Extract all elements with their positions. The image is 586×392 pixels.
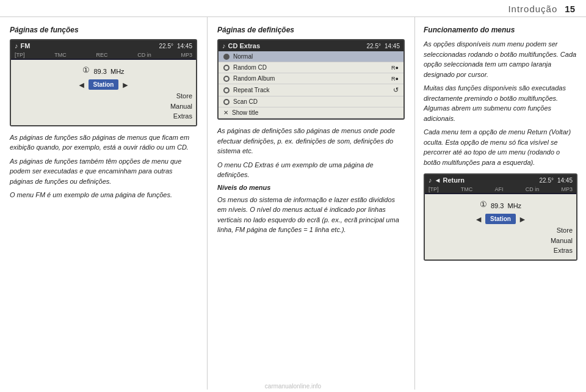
- freq-row: ① 89.3 MHz: [15, 62, 192, 77]
- menu3-item-store[interactable]: Store: [429, 225, 573, 236]
- col2-para1: As páginas de definições são páginas de …: [217, 126, 405, 156]
- setting-show-title-label: Show title: [232, 109, 258, 116]
- radio-scan: [223, 99, 230, 105]
- menu-item-extras[interactable]: Extras: [15, 111, 192, 122]
- channel-icon: ①: [82, 65, 90, 74]
- screen-r-right: 22.5° 14:45: [540, 177, 573, 184]
- freq-row3: ① 89.3 MHz: [429, 197, 573, 211]
- col2-levels-body: Os menus do sistema de informação e laze…: [217, 195, 405, 235]
- watermark: carmanualonline.info: [265, 383, 321, 390]
- setting-normal-label: Normal: [233, 53, 253, 60]
- radio-repeat: [223, 87, 230, 93]
- freq-display3: 89.3 MHz: [491, 197, 521, 211]
- col1-para2: As páginas de funções também têm opções …: [10, 156, 197, 187]
- menu-levels-title: Níveis do menus: [217, 184, 405, 191]
- tag3-cdin: CD in: [526, 186, 540, 192]
- col3-para2: Muitas das funções disponíveis são execu…: [424, 83, 577, 123]
- music-icon: ♪: [15, 42, 18, 49]
- setting-randomcd-right: R●: [391, 65, 399, 71]
- prev-arrow3[interactable]: ◄: [474, 214, 483, 224]
- menu3-item-manual[interactable]: Manual: [429, 236, 573, 246]
- music-icon2: ♪: [222, 42, 226, 49]
- setting-repeat-track[interactable]: Repeat Track ↺: [219, 84, 403, 96]
- menu-item-store[interactable]: Store: [15, 91, 192, 101]
- time3: 14:45: [557, 177, 573, 184]
- setting-repeat-label: Repeat Track: [233, 87, 269, 93]
- col3-para1: As opções disponíveis num menu podem ser…: [424, 39, 577, 79]
- setting-random-album[interactable]: Random Album R●: [219, 73, 403, 84]
- screen-return-body: ① 89.3 MHz ◄ Station ► Store Manual Extr…: [425, 194, 576, 260]
- tag-tp: [TP]: [15, 52, 25, 58]
- time: 14:45: [177, 43, 192, 49]
- page-header: Introdução 15: [0, 0, 586, 17]
- col2-para2: O menu CD Extras é um exemplo de uma pág…: [217, 160, 405, 180]
- screen-return: ♪ ◄ Return 22.5° 14:45 [TP] TMC AFI CD i…: [424, 173, 577, 261]
- screen-s-right: 22.5° 14:45: [367, 43, 400, 49]
- col1-body: As páginas de funções são páginas de men…: [10, 132, 197, 200]
- temp: 22.5°: [159, 43, 173, 49]
- station-button[interactable]: Station: [89, 79, 119, 90]
- setting-random-cd[interactable]: Random CD R●: [219, 62, 403, 73]
- status-bar3: [TP] TMC AFI CD in MP3: [425, 186, 576, 193]
- setting-scan-label: Scan CD: [233, 98, 258, 105]
- col1-title: Páginas de funções: [10, 26, 197, 34]
- main-content: Páginas de funções ♪ FM 22.5° 14:45 [TP]…: [0, 17, 586, 390]
- time2: 14:45: [385, 43, 400, 49]
- screen-controls: ◄ Station ►: [15, 79, 192, 90]
- source-label: FM: [21, 42, 31, 49]
- setting-randomcd-label: Random CD: [233, 64, 267, 71]
- tag-mp3: MP3: [181, 52, 192, 58]
- prev-arrow[interactable]: ◄: [78, 80, 86, 90]
- station-button3[interactable]: Station: [485, 214, 516, 224]
- screen-settings: ♪ CD Extras 22.5° 14:45 Normal: [217, 39, 405, 120]
- col2-title: Páginas de definições: [217, 26, 405, 34]
- screen-settings-header: ♪ CD Extras 22.5° 14:45: [219, 40, 403, 51]
- next-arrow3[interactable]: ►: [518, 214, 527, 224]
- freq-value: 89.3: [93, 68, 106, 75]
- screen-menu: Store Manual Extras: [15, 91, 192, 122]
- screen-settings-body: Normal Random CD R● R: [219, 51, 403, 118]
- setting-scan-cd[interactable]: Scan CD: [219, 96, 403, 107]
- col1-para1: As páginas de funções são páginas de men…: [10, 132, 197, 153]
- source-label2: CD Extras: [228, 42, 261, 49]
- tag3-mp3: MP3: [561, 186, 573, 192]
- page-number: 15: [565, 4, 575, 14]
- col-funcionamento: Funcionamento do menus As opções disponí…: [415, 17, 586, 390]
- col1-para3: O menu FM é um exemplo de uma página de …: [10, 190, 197, 200]
- tag3-tmc: TMC: [461, 186, 473, 192]
- screen-menu3: Store Manual Extras: [429, 225, 573, 256]
- screen-fm-right: 22.5° 14:45: [159, 43, 193, 49]
- screen-fm-body: ① 89.3 MHz ◄ Station ► Store Manual Extr…: [11, 60, 196, 125]
- freq-value3: 89.3: [491, 202, 504, 209]
- tag3-tp: [TP]: [429, 186, 439, 192]
- setting-normal[interactable]: Normal: [219, 51, 403, 62]
- col3-title: Funcionamento do menus: [424, 26, 577, 34]
- setting-randomalbum-right: R●: [391, 76, 399, 82]
- radio-randomcd: [223, 65, 230, 71]
- radio-randomalbum: [223, 76, 230, 82]
- next-arrow[interactable]: ►: [121, 80, 129, 90]
- settings-list: Normal Random CD R● R: [219, 51, 403, 118]
- screen-fm: ♪ FM 22.5° 14:45 [TP] TMC REC CD in MP3 …: [10, 39, 197, 126]
- screen-fm-left: ♪ FM: [15, 42, 30, 49]
- channel-icon3: ①: [480, 200, 487, 209]
- tag-cdin: CD in: [137, 52, 151, 58]
- screen-s-left: ♪ CD Extras: [222, 42, 260, 49]
- tag3-afi: AFI: [494, 186, 503, 192]
- header-title: Introdução: [508, 4, 557, 14]
- source-label3: ◄ Return: [435, 176, 465, 184]
- setting-show-title[interactable]: ✕ Show title: [219, 107, 403, 118]
- music-icon3: ♪: [429, 176, 432, 184]
- col3-para3: Cada menu tem a opção de menu Return (Vo…: [424, 127, 577, 167]
- temp3: 22.5°: [540, 177, 554, 184]
- check-show-title: ✕: [223, 109, 228, 116]
- screen-return-header: ♪ ◄ Return 22.5° 14:45: [425, 175, 576, 186]
- menu-item-manual[interactable]: Manual: [15, 101, 192, 112]
- temp2: 22.5°: [367, 43, 381, 49]
- freq-unit3: MHz: [507, 202, 521, 209]
- menu3-item-extras[interactable]: Extras: [429, 245, 573, 256]
- setting-randomalbum-label: Random Album: [233, 75, 275, 82]
- freq-unit: MHz: [110, 68, 125, 75]
- col-definicoes: Páginas de definições ♪ CD Extras 22.5° …: [208, 17, 415, 390]
- screen-r-left: ♪ ◄ Return: [429, 176, 465, 184]
